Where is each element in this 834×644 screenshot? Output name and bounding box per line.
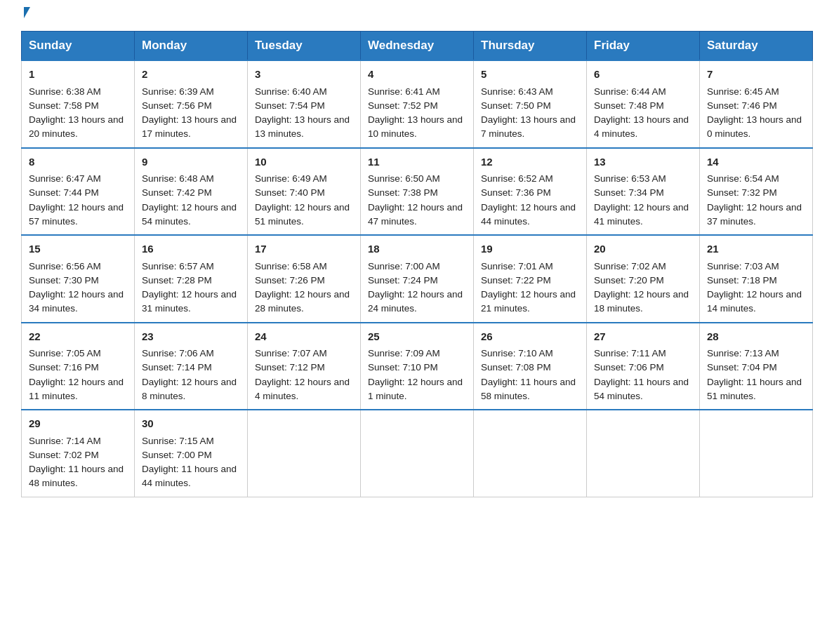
- sunset-text: Sunset: 7:26 PM: [255, 275, 325, 286]
- calendar-cell: 11Sunrise: 6:50 AMSunset: 7:38 PMDayligh…: [361, 148, 474, 236]
- day-number: 28: [707, 329, 805, 345]
- calendar-cell: 30Sunrise: 7:15 AMSunset: 7:00 PMDayligh…: [135, 410, 248, 497]
- daylight-text: Daylight: 12 hours and 41 minutes.: [594, 202, 689, 227]
- sunrise-text: Sunrise: 7:09 AM: [368, 348, 440, 358]
- calendar-cell: 16Sunrise: 6:57 AMSunset: 7:28 PMDayligh…: [135, 235, 248, 323]
- calendar-cell: 5Sunrise: 6:43 AMSunset: 7:50 PMDaylight…: [474, 60, 587, 148]
- sunrise-text: Sunrise: 6:58 AM: [255, 261, 327, 271]
- day-number: 14: [707, 154, 805, 170]
- logo: [21, 14, 30, 18]
- calendar-cell: 9Sunrise: 6:48 AMSunset: 7:42 PMDaylight…: [135, 148, 248, 236]
- day-number: 27: [594, 329, 692, 345]
- day-number: 3: [255, 67, 353, 83]
- daylight-text: Daylight: 13 hours and 17 minutes.: [142, 114, 237, 139]
- daylight-text: Daylight: 12 hours and 44 minutes.: [481, 202, 576, 227]
- calendar-cell: 21Sunrise: 7:03 AMSunset: 7:18 PMDayligh…: [700, 235, 813, 323]
- daylight-text: Daylight: 12 hours and 24 minutes.: [368, 289, 463, 314]
- weekday-header-friday: Friday: [587, 32, 700, 61]
- daylight-text: Daylight: 13 hours and 10 minutes.: [368, 114, 463, 139]
- weekday-header-monday: Monday: [135, 32, 248, 61]
- daylight-text: Daylight: 12 hours and 47 minutes.: [368, 202, 463, 227]
- sunrise-text: Sunrise: 7:15 AM: [142, 436, 214, 446]
- sunset-text: Sunset: 7:00 PM: [142, 450, 212, 460]
- calendar-cell: 13Sunrise: 6:53 AMSunset: 7:34 PMDayligh…: [587, 148, 700, 236]
- sunset-text: Sunset: 7:38 PM: [368, 187, 438, 198]
- calendar-cell: 12Sunrise: 6:52 AMSunset: 7:36 PMDayligh…: [474, 148, 587, 236]
- sunset-text: Sunset: 7:30 PM: [29, 275, 99, 286]
- daylight-text: Daylight: 12 hours and 11 minutes.: [29, 377, 124, 401]
- sunset-text: Sunset: 7:28 PM: [142, 275, 212, 286]
- sunrise-text: Sunrise: 7:07 AM: [255, 348, 327, 358]
- sunset-text: Sunset: 7:44 PM: [29, 187, 99, 198]
- daylight-text: Daylight: 11 hours and 54 minutes.: [594, 377, 689, 401]
- day-number: 13: [594, 154, 692, 170]
- calendar-cell: 20Sunrise: 7:02 AMSunset: 7:20 PMDayligh…: [587, 235, 700, 323]
- sunset-text: Sunset: 7:36 PM: [481, 187, 551, 198]
- calendar-cell: 4Sunrise: 6:41 AMSunset: 7:52 PMDaylight…: [361, 60, 474, 148]
- calendar-cell: 8Sunrise: 6:47 AMSunset: 7:44 PMDaylight…: [22, 148, 135, 236]
- daylight-text: Daylight: 12 hours and 54 minutes.: [142, 202, 237, 227]
- calendar-cell: 25Sunrise: 7:09 AMSunset: 7:10 PMDayligh…: [361, 323, 474, 410]
- calendar-cell: 18Sunrise: 7:00 AMSunset: 7:24 PMDayligh…: [361, 235, 474, 323]
- day-number: 8: [29, 154, 127, 170]
- sunrise-text: Sunrise: 6:39 AM: [142, 86, 214, 97]
- calendar-cell: 29Sunrise: 7:14 AMSunset: 7:02 PMDayligh…: [22, 410, 135, 497]
- sunset-text: Sunset: 7:12 PM: [255, 362, 325, 373]
- calendar-week-3: 15Sunrise: 6:56 AMSunset: 7:30 PMDayligh…: [22, 235, 813, 323]
- sunset-text: Sunset: 7:24 PM: [368, 275, 438, 286]
- calendar-cell: 1Sunrise: 6:38 AMSunset: 7:58 PMDaylight…: [22, 60, 135, 148]
- calendar-cell: 7Sunrise: 6:45 AMSunset: 7:46 PMDaylight…: [700, 60, 813, 148]
- page-header: [21, 14, 813, 18]
- sunrise-text: Sunrise: 6:53 AM: [594, 173, 666, 184]
- sunset-text: Sunset: 7:16 PM: [29, 362, 99, 373]
- daylight-text: Daylight: 11 hours and 48 minutes.: [29, 464, 124, 488]
- sunset-text: Sunset: 7:56 PM: [142, 100, 212, 111]
- daylight-text: Daylight: 11 hours and 58 minutes.: [481, 377, 576, 401]
- calendar-cell: 3Sunrise: 6:40 AMSunset: 7:54 PMDaylight…: [248, 60, 361, 148]
- daylight-text: Daylight: 12 hours and 21 minutes.: [481, 289, 576, 314]
- day-number: 1: [29, 67, 127, 83]
- day-number: 2: [142, 67, 240, 83]
- calendar-cell: [248, 410, 361, 497]
- sunrise-text: Sunrise: 6:57 AM: [142, 261, 214, 271]
- sunset-text: Sunset: 7:10 PM: [368, 362, 438, 373]
- sunset-text: Sunset: 7:48 PM: [594, 100, 664, 111]
- daylight-text: Daylight: 12 hours and 51 minutes.: [255, 202, 350, 227]
- calendar-cell: [700, 410, 813, 497]
- sunset-text: Sunset: 7:06 PM: [594, 362, 664, 373]
- day-number: 7: [707, 67, 805, 83]
- sunrise-text: Sunrise: 7:00 AM: [368, 261, 440, 271]
- day-number: 23: [142, 329, 240, 345]
- day-number: 26: [481, 329, 579, 345]
- daylight-text: Daylight: 11 hours and 51 minutes.: [707, 377, 802, 401]
- sunrise-text: Sunrise: 6:40 AM: [255, 86, 327, 97]
- sunrise-text: Sunrise: 7:05 AM: [29, 348, 101, 358]
- weekday-header-wednesday: Wednesday: [361, 32, 474, 61]
- day-number: 4: [368, 67, 466, 83]
- sunset-text: Sunset: 7:08 PM: [481, 362, 551, 373]
- daylight-text: Daylight: 12 hours and 57 minutes.: [29, 202, 124, 227]
- calendar-cell: 23Sunrise: 7:06 AMSunset: 7:14 PMDayligh…: [135, 323, 248, 410]
- daylight-text: Daylight: 12 hours and 8 minutes.: [142, 377, 237, 401]
- sunrise-text: Sunrise: 6:43 AM: [481, 86, 553, 97]
- weekday-header-tuesday: Tuesday: [248, 32, 361, 61]
- daylight-text: Daylight: 13 hours and 13 minutes.: [255, 114, 350, 139]
- day-number: 6: [594, 67, 692, 83]
- sunset-text: Sunset: 7:52 PM: [368, 100, 438, 111]
- weekday-header-saturday: Saturday: [700, 32, 813, 61]
- day-number: 12: [481, 154, 579, 170]
- calendar-cell: 26Sunrise: 7:10 AMSunset: 7:08 PMDayligh…: [474, 323, 587, 410]
- calendar-cell: 17Sunrise: 6:58 AMSunset: 7:26 PMDayligh…: [248, 235, 361, 323]
- day-number: 11: [368, 154, 466, 170]
- sunset-text: Sunset: 7:20 PM: [594, 275, 664, 286]
- daylight-text: Daylight: 12 hours and 14 minutes.: [707, 289, 802, 314]
- daylight-text: Daylight: 12 hours and 4 minutes.: [255, 377, 350, 401]
- sunset-text: Sunset: 7:58 PM: [29, 100, 99, 111]
- daylight-text: Daylight: 13 hours and 4 minutes.: [594, 114, 689, 139]
- day-number: 30: [142, 416, 240, 432]
- calendar-cell: 22Sunrise: 7:05 AMSunset: 7:16 PMDayligh…: [22, 323, 135, 410]
- sunrise-text: Sunrise: 6:52 AM: [481, 173, 553, 184]
- day-number: 29: [29, 416, 127, 432]
- calendar-cell: 27Sunrise: 7:11 AMSunset: 7:06 PMDayligh…: [587, 323, 700, 410]
- sunrise-text: Sunrise: 6:56 AM: [29, 261, 101, 271]
